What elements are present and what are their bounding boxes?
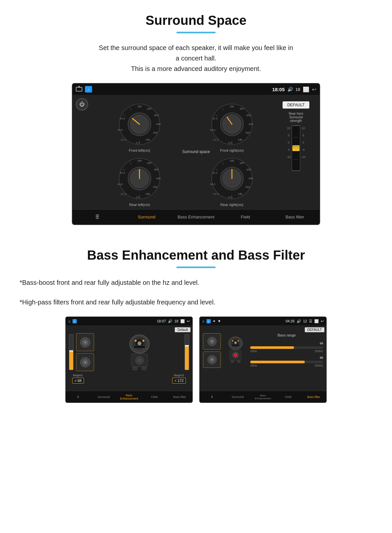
tab-equalizer[interactable]: 🎚 bbox=[73, 210, 122, 224]
back-2[interactable]: ↩ bbox=[187, 319, 190, 323]
svg-point-102 bbox=[135, 340, 137, 342]
section2-desc-1: *Bass-boost front and rear fully adjusta… bbox=[20, 277, 372, 288]
svg-text:136: 136 bbox=[147, 107, 152, 110]
title-underline-1 bbox=[176, 32, 216, 33]
section1-desc: Set the surround space of each speaker, … bbox=[20, 43, 372, 74]
freq-rear-value[interactable]: < 172 bbox=[172, 378, 186, 384]
svg-text:-27.2: -27.2 bbox=[120, 138, 126, 141]
gauge-front-left: 109 136 163 190 218 245 272 -27.2 -54.6 … bbox=[95, 101, 184, 152]
screen-3[interactable]: ⬜ bbox=[314, 319, 319, 323]
speaker-box-3-front bbox=[203, 333, 221, 350]
slider1-min: 20Hz bbox=[250, 350, 257, 353]
freq-label-front: ReqH① bbox=[73, 374, 83, 377]
svg-text:-54.6: -54.6 bbox=[117, 183, 123, 186]
default-btn-3[interactable]: DEFAULT bbox=[305, 327, 324, 332]
back-icon[interactable]: ↩ bbox=[312, 86, 316, 93]
status-bar-3: ⌂ ♪ ✦ ▼ 04:26 🔊 12 ☰ ⬜ ↩ bbox=[200, 317, 326, 325]
status-bar-1: ♪ 18:05 🔊 18 ⬜ ↩ bbox=[73, 84, 319, 95]
tab3-surround[interactable]: Surround bbox=[225, 395, 251, 399]
svg-text:-54.6: -54.6 bbox=[209, 183, 216, 186]
screen-icon[interactable]: ⬜ bbox=[303, 86, 309, 93]
svg-rect-104 bbox=[134, 346, 145, 348]
svg-text:272: 272 bbox=[136, 196, 140, 199]
screen-2[interactable]: ⬜ bbox=[180, 319, 185, 323]
svg-text:245: 245 bbox=[146, 193, 150, 196]
slider2-track[interactable] bbox=[250, 361, 323, 363]
vol-2: 🔊 bbox=[168, 319, 172, 323]
back-3[interactable]: ↩ bbox=[321, 319, 324, 323]
svg-text:81.6: 81.6 bbox=[212, 171, 218, 174]
tab-bass-enhancement-1[interactable]: Bass Enhancement bbox=[171, 210, 220, 224]
svg-text:136: 136 bbox=[239, 162, 244, 164]
svg-point-115 bbox=[211, 359, 213, 360]
svg-point-121 bbox=[237, 340, 239, 341]
tab3-bass-enh[interactable]: BassEnhancement bbox=[250, 394, 276, 400]
power-button[interactable]: ⏻ bbox=[76, 98, 88, 111]
gauge-front-right: 109 136 163 190 218 245 272 -27.2 -54.6 … bbox=[188, 101, 277, 152]
tab2-eq[interactable]: 🎚 bbox=[66, 395, 91, 399]
fader-thumb-1[interactable] bbox=[292, 145, 300, 151]
tab3-field[interactable]: Field bbox=[276, 395, 301, 399]
bt-icon: ✦ bbox=[213, 319, 216, 323]
tab-bass-filter-1[interactable]: Bass filter bbox=[270, 210, 319, 224]
svg-text:-54.6: -54.6 bbox=[117, 129, 123, 131]
svg-text:81.6: 81.6 bbox=[120, 117, 125, 120]
svg-point-97 bbox=[84, 361, 86, 363]
device-mockup-3: ⌂ ♪ ✦ ▼ 04:26 🔊 12 ☰ ⬜ ↩ DEFAULT bbox=[199, 317, 327, 403]
device-mockup-2: ⌂ ♪ 18:07 🔊 18 ⬜ ↩ Default bbox=[65, 317, 193, 403]
svg-text:109: 109 bbox=[138, 159, 142, 162]
battery-num-1: 18 bbox=[296, 87, 300, 92]
slider2-fill bbox=[250, 361, 305, 363]
svg-text:272: 272 bbox=[136, 142, 140, 145]
music-icon-2: ♪ bbox=[73, 319, 77, 323]
music-icon: ♪ bbox=[85, 86, 92, 93]
tab-surround-1[interactable]: Surround bbox=[122, 210, 171, 224]
svg-text:272: 272 bbox=[228, 142, 233, 145]
svg-text:218: 218 bbox=[245, 131, 250, 134]
gauge-label-rear-right: Rear right(cm) bbox=[220, 203, 243, 207]
svg-text:245: 245 bbox=[238, 193, 242, 196]
default-btn-2[interactable]: Default bbox=[175, 327, 190, 332]
svg-text:163: 163 bbox=[155, 114, 159, 117]
svg-point-119 bbox=[234, 341, 237, 344]
section1: Surround Space Set the surround space of… bbox=[0, 0, 392, 232]
tab-field-1[interactable]: Field bbox=[221, 210, 270, 224]
woofer-area-3 bbox=[224, 333, 247, 369]
time-3: 04:26 bbox=[286, 319, 295, 323]
svg-text:218: 218 bbox=[245, 185, 250, 188]
svg-text:-27.2: -27.2 bbox=[120, 193, 126, 196]
tab2-bass-filter[interactable]: Bass filter bbox=[167, 395, 192, 399]
fader-track-1[interactable] bbox=[292, 125, 300, 171]
svg-text:109: 109 bbox=[230, 159, 234, 162]
slider1-track[interactable] bbox=[250, 346, 323, 349]
tab-bar-3: 🎚 Surround BassEnhancement Field Bass fi… bbox=[200, 391, 326, 403]
title-bass-enhancement: Bass Enhancement and Bass Filter bbox=[20, 248, 372, 263]
tab3-eq[interactable]: 🎚 bbox=[200, 395, 225, 399]
svg-text:-27.2: -27.2 bbox=[213, 193, 219, 196]
svg-rect-108 bbox=[133, 367, 137, 370]
tab3-bass-filter[interactable]: Bass filter bbox=[301, 395, 326, 399]
svg-rect-109 bbox=[142, 367, 146, 370]
freq-front-value[interactable]: < 68 bbox=[72, 378, 84, 384]
title-underline-2 bbox=[176, 266, 216, 268]
bass-fader-right[interactable] bbox=[185, 334, 189, 370]
svg-text:109: 109 bbox=[138, 105, 142, 108]
slider1-val: 68 bbox=[320, 342, 323, 345]
svg-text:-54.6: -54.6 bbox=[209, 129, 216, 131]
svg-text:136: 136 bbox=[239, 107, 244, 110]
svg-text:163: 163 bbox=[155, 168, 159, 171]
rear-horn-label: Rear hornSurroundstrength bbox=[289, 112, 303, 123]
display-area-3: DEFAULT bbox=[200, 325, 326, 391]
menu-3[interactable]: ☰ bbox=[309, 319, 312, 323]
gauge-label-front-right: Front right(cm) bbox=[220, 148, 244, 152]
tab2-surround[interactable]: Surround bbox=[91, 395, 117, 399]
tab2-bass-enh[interactable]: Bass Enhancement bbox=[116, 394, 142, 400]
bass-fader-left[interactable] bbox=[69, 334, 74, 370]
svg-text:190: 190 bbox=[156, 177, 161, 180]
tab2-field[interactable]: Field bbox=[142, 395, 167, 399]
default-button-1[interactable]: DEFAULT bbox=[283, 101, 309, 109]
status-bar-2: ⌂ ♪ 18:07 🔊 18 ⬜ ↩ bbox=[66, 317, 192, 325]
surround-space-label: Surround space bbox=[182, 149, 210, 154]
time-display-1: 18:05 bbox=[272, 87, 285, 92]
svg-rect-128 bbox=[237, 360, 240, 363]
